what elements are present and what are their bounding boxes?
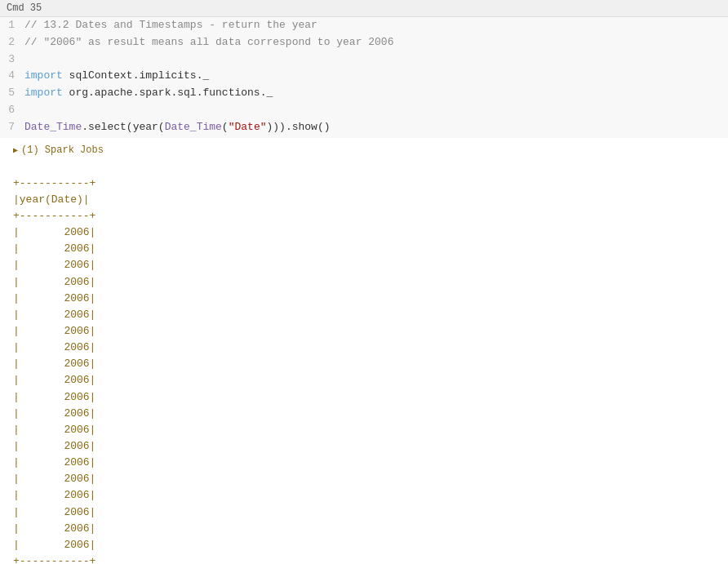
title-bar: Cmd 35 — [0, 0, 728, 17]
table-row-11: | 2006| — [13, 391, 95, 403]
string-date: "Date" — [229, 121, 267, 133]
title-label: Cmd 35 — [7, 2, 42, 14]
keyword-import-1: import — [24, 69, 63, 82]
code-content-7: Date_Time.select(year(Date_Time("Date"))… — [24, 119, 331, 136]
line-number-7: 7 — [0, 119, 24, 136]
table-row-13: | 2006| — [13, 424, 95, 436]
table-row-1: | 2006| — [13, 226, 95, 238]
code-content-3 — [24, 51, 31, 69]
table-row-8: | 2006| — [13, 341, 95, 353]
table-row-5: | 2006| — [13, 292, 95, 304]
table-row-2: | 2006| — [13, 242, 95, 255]
output-section: ▶ (1) Spark Jobs +-----------+ |year(Dat… — [0, 138, 728, 564]
line-number-2: 2 — [0, 34, 24, 51]
code-line-3: 3 — [0, 51, 728, 69]
code-content-1: // 13.2 Dates and Timestamps - return th… — [24, 17, 317, 34]
code-content-4: import sqlContext.implicits._ — [24, 68, 209, 85]
table-row-15: | 2006| — [13, 456, 95, 469]
table-row-10: | 2006| — [13, 374, 95, 386]
table-row-4: | 2006| — [13, 276, 95, 288]
line-number-6: 6 — [0, 102, 24, 119]
code-line-2: 2 // "2006" as result means all data cor… — [0, 34, 728, 51]
table-row-6: | 2006| — [13, 309, 95, 321]
table-row-16: | 2006| — [13, 473, 95, 485]
line-number-5: 5 — [0, 85, 24, 102]
table-row-17: | 2006| — [13, 489, 95, 501]
table-separator-top: +-----------+ — [13, 177, 95, 189]
code-line-6: 6 — [0, 102, 728, 119]
table-row-18: | 2006| — [13, 506, 95, 518]
code-section: 1 // 13.2 Dates and Timestamps - return … — [0, 17, 728, 136]
code-content-2: // "2006" as result means all data corre… — [24, 34, 393, 51]
keyword-import-2: import — [24, 87, 63, 99]
triangle-icon: ▶ — [13, 145, 18, 155]
line-number-1: 1 — [0, 17, 24, 34]
table-header: |year(Date)| — [13, 193, 90, 206]
table-row-7: | 2006| — [13, 325, 95, 337]
table-row-20: | 2006| — [13, 539, 95, 551]
code-line-5: 5 import org.apache.spark.sql.functions.… — [0, 85, 728, 102]
code-content-5: import org.apache.spark.sql.functions._ — [24, 85, 273, 102]
line-number-3: 3 — [0, 51, 24, 69]
table-row-9: | 2006| — [13, 357, 95, 370]
table-separator-bottom: +-----------+ — [13, 555, 95, 564]
table-row-12: | 2006| — [13, 407, 95, 420]
code-content-6 — [24, 102, 31, 119]
spark-jobs-label: (1) Spark Jobs — [21, 144, 104, 156]
table-output: +-----------+ |year(Date)| +-----------+… — [7, 159, 728, 564]
spark-jobs-row[interactable]: ▶ (1) Spark Jobs — [7, 141, 728, 159]
code-line-1: 1 // 13.2 Dates and Timestamps - return … — [0, 17, 728, 34]
line-number-4: 4 — [0, 68, 24, 85]
code-line-4: 4 import sqlContext.implicits._ — [0, 68, 728, 85]
method-datetime-2: Date_Time — [165, 121, 222, 133]
table-row-14: | 2006| — [13, 440, 95, 452]
code-line-7: 7 Date_Time.select(year(Date_Time("Date"… — [0, 119, 728, 136]
table-row-19: | 2006| — [13, 522, 95, 535]
method-datetime-1: Date_Time — [24, 121, 82, 133]
table-separator-header: +-----------+ — [13, 210, 95, 222]
table-row-3: | 2006| — [13, 259, 95, 271]
